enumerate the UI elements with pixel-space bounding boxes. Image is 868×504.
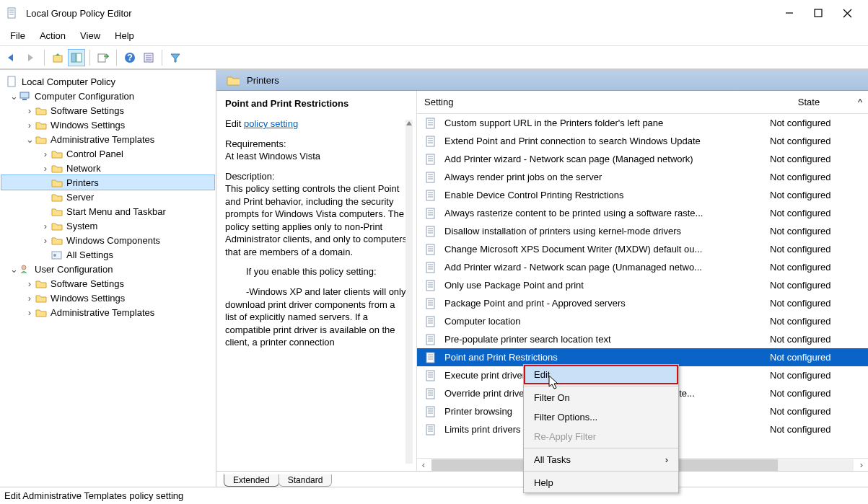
- chevron-right-icon[interactable]: ›: [40, 221, 51, 231]
- list-row[interactable]: Custom support URL in the Printers folde…: [417, 114, 868, 132]
- svg-rect-18: [8, 76, 15, 87]
- tree-cc-software-settings[interactable]: ›Software Settings: [1, 103, 214, 118]
- policy-icon: [424, 208, 437, 219]
- list-row-label: Always rasterize content to be printed u…: [444, 208, 703, 218]
- ctx-filter-options[interactable]: Filter Options...: [524, 407, 678, 427]
- list-row-state: Not configured: [767, 154, 868, 164]
- edit-policy-link[interactable]: policy setting: [244, 118, 298, 129]
- tree-cc-windows-settings[interactable]: ›Windows Settings: [1, 118, 214, 132]
- col-state[interactable]: State: [766, 97, 852, 107]
- scroll-right-icon[interactable]: ›: [855, 459, 868, 470]
- policy-icon: [424, 172, 437, 183]
- ctx-help[interactable]: Help: [524, 473, 678, 492]
- tree-at-control-panel[interactable]: ›Control Panel: [1, 146, 214, 161]
- list-row-label: Limits print drivers: [444, 424, 520, 435]
- desc-extra2: -Windows XP and later clients will only …: [225, 286, 408, 349]
- minimize-button[interactable]: [785, 9, 794, 18]
- chevron-right-icon[interactable]: ›: [25, 120, 35, 131]
- maximize-button[interactable]: [814, 9, 823, 18]
- list-row[interactable]: Change Microsoft XPS Document Writer (MX…: [417, 240, 868, 258]
- policy-icon: [424, 226, 437, 237]
- tree-item-label: Windows Components: [66, 235, 160, 246]
- tree-uc-windows-settings[interactable]: ›Windows Settings: [1, 291, 214, 305]
- chevron-down-icon[interactable]: ⌄: [25, 134, 35, 145]
- svg-rect-19: [20, 92, 29, 98]
- tree-uc-admin-templates[interactable]: ›Administrative Templates: [1, 305, 214, 319]
- list-row[interactable]: Disallow installation of printers using …: [417, 222, 868, 240]
- ctx-all-tasks[interactable]: All Tasks›: [524, 450, 678, 469]
- ctx-edit-label: Edit: [534, 369, 550, 380]
- scroll-up-icon[interactable]: ^: [852, 97, 868, 107]
- help-icon[interactable]: ?: [122, 50, 138, 66]
- details-scrollbar[interactable]: [403, 120, 415, 464]
- col-setting[interactable]: Setting: [424, 97, 766, 107]
- close-button[interactable]: [843, 9, 852, 18]
- menu-view[interactable]: View: [80, 30, 100, 41]
- list-row[interactable]: Pre-populate printer search location tex…: [417, 330, 868, 348]
- list-row-label: Add Printer wizard - Network scan page (…: [444, 154, 693, 164]
- list-row-label: Point and Print Restrictions: [444, 352, 558, 363]
- tree-user-configuration[interactable]: ⌄User Configuration: [1, 262, 214, 276]
- list-row[interactable]: Always render print jobs on the serverNo…: [417, 168, 868, 186]
- list-row[interactable]: Only use Package Point and printNot conf…: [417, 276, 868, 294]
- tree-computer-configuration[interactable]: ⌄Computer Configuration: [1, 89, 214, 103]
- properties-icon[interactable]: [141, 50, 157, 66]
- list-row[interactable]: Add Printer wizard - Network scan page (…: [417, 150, 868, 168]
- up-icon[interactable]: [50, 50, 66, 66]
- content-area: Local Computer Policy ⌄Computer Configur…: [0, 69, 868, 487]
- tree-at-system[interactable]: ›System: [1, 218, 214, 233]
- chevron-right-icon[interactable]: ›: [25, 293, 35, 304]
- policy-icon: [424, 118, 437, 129]
- tree-at-all-settings[interactable]: All Settings: [1, 247, 214, 262]
- list-row[interactable]: Always rasterize content to be printed u…: [417, 204, 868, 222]
- list-row-label: Change Microsoft XPS Document Writer (MX…: [444, 244, 702, 255]
- chevron-right-icon[interactable]: ›: [25, 307, 35, 318]
- scroll-left-icon[interactable]: ‹: [417, 459, 430, 470]
- back-icon[interactable]: [4, 50, 20, 66]
- chevron-right-icon[interactable]: ›: [25, 105, 35, 116]
- tree-at-server[interactable]: Server: [1, 190, 214, 204]
- tree-uc-software-settings[interactable]: ›Software Settings: [1, 276, 214, 291]
- svg-rect-11: [98, 54, 105, 62]
- ctx-edit[interactable]: Edit: [524, 365, 678, 384]
- list-row[interactable]: Add Printer wizard - Network scan page (…: [417, 258, 868, 276]
- list-row[interactable]: Package Point and print - Approved serve…: [417, 294, 868, 312]
- tree-at-network[interactable]: ›Network: [1, 161, 214, 175]
- ctx-filter-on[interactable]: Filter On: [524, 388, 678, 407]
- menu-help[interactable]: Help: [115, 30, 134, 41]
- tree-at-printers[interactable]: Printers: [1, 175, 214, 190]
- menu-action[interactable]: Action: [40, 30, 66, 41]
- chevron-right-icon[interactable]: ›: [40, 235, 51, 246]
- chevron-right-icon[interactable]: ›: [40, 163, 51, 174]
- list-row-state: Not configured: [767, 424, 868, 435]
- tree-at-start-menu[interactable]: Start Menu and Taskbar: [1, 204, 214, 218]
- list-row[interactable]: Enable Device Control Printing Restricti…: [417, 186, 868, 204]
- tab-extended[interactable]: Extended: [224, 474, 279, 487]
- statusbar: Edit Administrative Templates policy set…: [0, 487, 868, 504]
- list-row-state: Not configured: [767, 136, 868, 146]
- svg-rect-85: [426, 389, 434, 399]
- list-row-state: Not configured: [767, 262, 868, 273]
- menu-file[interactable]: File: [10, 30, 25, 41]
- list-row[interactable]: Computer locationNot configured: [417, 312, 868, 330]
- nav-tree[interactable]: Local Computer Policy ⌄Computer Configur…: [0, 70, 216, 487]
- list-row[interactable]: Extend Point and Print connection to sea…: [417, 132, 868, 150]
- list-row-state: Not configured: [767, 388, 868, 399]
- statusbar-text: Edit Administrative Templates policy set…: [4, 490, 183, 501]
- tree-cc-label: Computer Configuration: [35, 91, 134, 102]
- tab-standard[interactable]: Standard: [279, 474, 333, 487]
- tree-at-windows-components[interactable]: ›Windows Components: [1, 233, 214, 247]
- chevron-down-icon[interactable]: ⌄: [9, 264, 19, 275]
- chevron-right-icon[interactable]: ›: [25, 278, 35, 289]
- chevron-down-icon[interactable]: ⌄: [9, 91, 19, 102]
- chevron-right-icon[interactable]: ›: [40, 149, 51, 159]
- window-title: Local Group Policy Editor: [26, 8, 785, 19]
- list-row-state: Not configured: [767, 118, 868, 128]
- filter-icon[interactable]: [167, 50, 183, 66]
- show-hide-tree-icon[interactable]: [69, 50, 84, 66]
- toolbar: ?: [0, 46, 868, 69]
- tree-root[interactable]: Local Computer Policy: [1, 74, 214, 89]
- tree-cc-admin-templates[interactable]: ⌄Administrative Templates: [1, 132, 214, 146]
- forward-icon[interactable]: [23, 50, 39, 66]
- export-icon[interactable]: [95, 50, 111, 66]
